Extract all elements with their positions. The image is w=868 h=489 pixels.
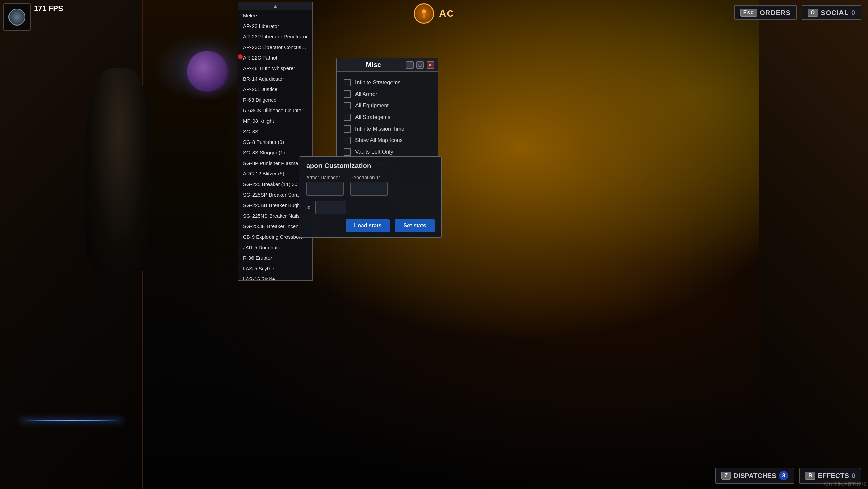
misc-option-infinite_strategems: Infinite Strategems — [344, 77, 431, 88]
load-stats-button[interactable]: Load stats — [346, 219, 390, 232]
dropdown-item[interactable]: JAR-5 Dominator — [238, 242, 312, 253]
misc-titlebar: Misc − □ ✕ — [337, 58, 438, 72]
hud-right: Esc ORDERS O SOCIAL 0 — [734, 5, 861, 20]
set-stats-button[interactable]: Set stats — [395, 219, 435, 232]
top-hud: 171 FPS AC Esc ORDERS O SOCIAL 0 — [0, 0, 868, 24]
dispatches-count: 3 — [779, 471, 788, 480]
misc-label-vaults_left_only: Vaults Left Only — [355, 149, 393, 155]
dropdown-item[interactable]: AR-23C Liberator Concussive — [238, 42, 312, 52]
stat3-input[interactable] — [315, 201, 346, 214]
misc-option-infinite_mission_time: Infinite Mission Time — [344, 123, 431, 135]
watermark: 图片来源@泰客论坛 — [823, 481, 866, 487]
dropdown-item[interactable]: SG-8 Punisher (9) — [238, 137, 312, 147]
orders-key: Esc — [740, 9, 757, 17]
social-button[interactable]: O SOCIAL 0 — [802, 5, 861, 20]
misc-label-all_equipment: All Equipment — [355, 103, 389, 109]
dropdown-item[interactable]: AR-23 Liberator — [238, 21, 312, 31]
penetration-label: Penetration 1: — [350, 175, 388, 180]
dropdown-item[interactable]: MP-98 Knight — [238, 116, 312, 126]
misc-label-infinite_strategems: Infinite Strategems — [355, 80, 400, 86]
dropdown-scroll-up[interactable]: ▲ — [238, 2, 312, 10]
minimize-button[interactable]: − — [406, 61, 414, 69]
effects-count: 0 — [852, 472, 855, 480]
misc-title: Misc — [341, 61, 406, 69]
dropdown-item[interactable]: BR-14 Adjudicator — [238, 73, 312, 84]
dropdown-item[interactable]: SG-8S — [238, 126, 312, 137]
misc-option-show_all_map_icons: Show All Map Icons — [344, 135, 431, 146]
effects-label: EFFECTS — [818, 472, 849, 480]
dropdown-item[interactable]: AR-22C Patriot — [238, 52, 312, 63]
orders-label: ORDERS — [760, 9, 791, 17]
weapon-row2: 3: — [306, 201, 435, 214]
svg-rect-1 — [423, 13, 425, 18]
dropdown-item[interactable]: AR-48 Truth Whisperer — [238, 63, 312, 73]
close-button[interactable]: ✕ — [427, 61, 434, 69]
checkbox-infinite_strategems[interactable] — [344, 79, 351, 86]
weapon-dropdown: ▲ MeleeAR-23 LiberatorAR-23P Liberator P… — [238, 2, 313, 281]
misc-option-all_equipment: All Equipment — [344, 100, 431, 112]
checkbox-all_equipment[interactable] — [344, 102, 351, 109]
dropdown-item[interactable]: Melee — [238, 10, 312, 21]
weapon-btn-row: Load stats Set stats — [306, 219, 435, 232]
dropdown-item[interactable]: AR-20L Justice — [238, 84, 312, 95]
dropdown-item[interactable]: R-63CS Diligence Counter Sniper — [238, 105, 312, 116]
checkbox-all_armor[interactable] — [344, 90, 351, 98]
misc-label-all_armor: All Armor — [355, 91, 377, 97]
dropdown-item[interactable]: R-63 Diligence — [238, 95, 312, 105]
ship-frame-right — [759, 0, 868, 489]
ship-light-strip — [20, 420, 122, 421]
misc-label-show_all_map_icons: Show All Map Icons — [355, 137, 403, 144]
penetration-group: Penetration 1: — [350, 175, 388, 196]
dispatches-label: DISPATCHES — [733, 472, 776, 480]
armor-damage-label: Armor Damage: — [306, 175, 344, 180]
social-label: SOCIAL — [821, 9, 849, 17]
character-silhouette — [85, 68, 153, 272]
stat3-label: 3: — [306, 205, 310, 210]
misc-label-all_strategems: All Strategems — [355, 114, 390, 120]
weapon-customization-title: apon Customization — [306, 162, 435, 170]
dropdown-item[interactable]: LAS-5 Scythe — [238, 263, 312, 274]
maximize-button[interactable]: □ — [416, 61, 424, 69]
penetration-input[interactable] — [350, 182, 388, 196]
dispatches-button[interactable]: Z DISPATCHES 3 — [715, 468, 794, 484]
planet — [187, 51, 228, 92]
fps-counter: 171 FPS — [34, 4, 63, 13]
misc-option-all_armor: All Armor — [344, 88, 431, 100]
dropdown-item[interactable]: LAS-16 Sickle — [238, 274, 312, 281]
logo-icon — [8, 9, 25, 26]
effects-key: B — [805, 472, 815, 480]
checkbox-all_strategems[interactable] — [344, 114, 351, 121]
checkbox-show_all_map_icons[interactable] — [344, 137, 351, 144]
misc-option-vaults_left_only: Vaults Left Only — [344, 146, 431, 158]
misc-label-infinite_mission_time: Infinite Mission Time — [355, 126, 404, 132]
logo-area — [3, 3, 31, 31]
checkbox-vaults_left_only[interactable] — [344, 148, 351, 156]
center-top: AC — [414, 3, 454, 24]
social-key: O — [808, 9, 818, 17]
dropdown-list: MeleeAR-23 LiberatorAR-23P Liberator Pen… — [238, 10, 312, 281]
misc-window-controls: − □ ✕ — [406, 61, 434, 69]
svg-point-0 — [422, 9, 426, 13]
dispatches-key: Z — [721, 472, 731, 480]
armor-damage-input[interactable] — [306, 182, 344, 196]
faction-icon — [414, 3, 434, 24]
error-indicator — [238, 54, 243, 59]
misc-option-all_strategems: All Strategems — [344, 112, 431, 123]
weapon-panel: apon Customization Armor Damage: Penetra… — [299, 156, 442, 238]
weapon-stats-row: Armor Damage: Penetration 1: — [306, 175, 435, 196]
dropdown-item[interactable]: R-36 Eruptor — [238, 253, 312, 263]
checkbox-infinite_mission_time[interactable] — [344, 125, 351, 133]
account-text: AC — [439, 8, 454, 19]
armor-damage-group: Armor Damage: — [306, 175, 344, 196]
social-count: 0 — [851, 9, 855, 17]
orders-button[interactable]: Esc ORDERS — [734, 5, 797, 20]
dropdown-item[interactable]: AR-23P Liberator Penetrator — [238, 31, 312, 42]
